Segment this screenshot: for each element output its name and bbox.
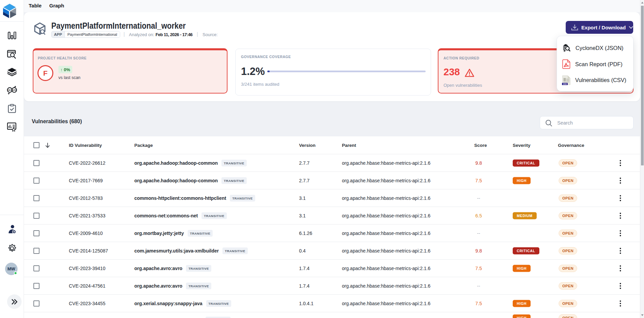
svg-text:CSV: CSV: [563, 83, 567, 85]
svg-text:OPS: OPS: [12, 89, 16, 91]
svg-text:DEV: DEV: [8, 89, 11, 91]
